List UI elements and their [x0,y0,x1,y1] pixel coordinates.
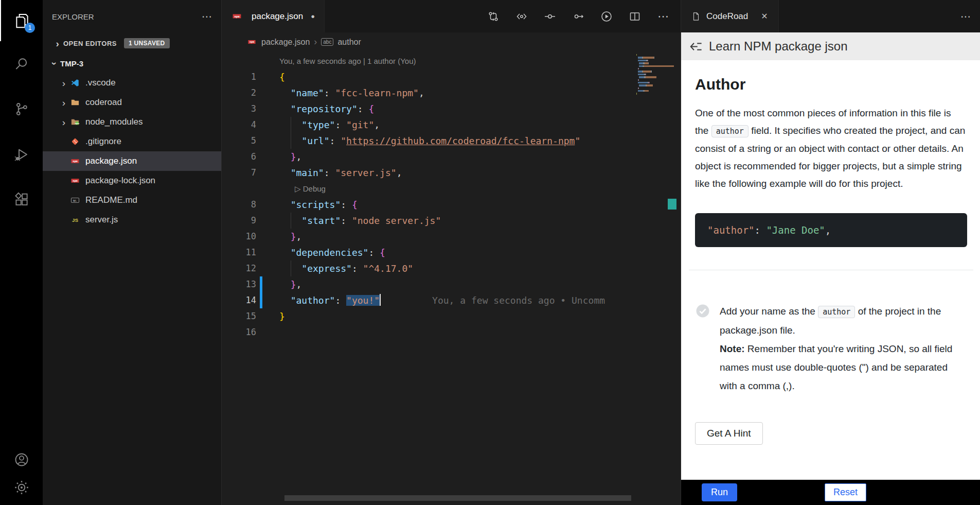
run-and-debug-icon [14,147,29,162]
code-editor[interactable]: You, a few seconds ago | 1 author (You) … [222,51,681,505]
code-line-8[interactable]: 8 "scripts": { [222,197,681,213]
gutter: 10 [222,229,279,245]
tree-item-label: .gitignore [85,136,121,147]
panel-more-actions-icon[interactable]: ⋯ [960,0,971,32]
activity-item-source-control[interactable] [0,86,43,132]
codelens-authors[interactable]: You, a few seconds ago | 1 author (You) [279,53,681,69]
code-line-16[interactable]: 16 [222,324,681,340]
activity-bar-bottom [0,450,43,497]
indent-guide [291,213,291,229]
code-line-1[interactable]: 1{ [222,69,681,85]
editor-actions: ⋯ [487,0,681,32]
run-button[interactable]: Run [702,483,737,501]
source-control-icon [14,101,29,117]
file-tree: ›.vscode›coderoad›npmnode_modules.gitign… [43,73,221,230]
breadcrumb: npm package.json › abc author [222,32,681,51]
tree-item-coderoad[interactable]: ›coderoad [43,93,221,112]
line-number: 16 [222,324,256,340]
code-line-6[interactable]: 6 }, [222,149,681,165]
code-text: "start": "node server.js" [279,213,441,229]
code-line-9[interactable]: 9 "start": "node server.js" [222,213,681,229]
gutter: 6 [222,149,279,165]
tree-item-package.json[interactable]: npmpackage.json [43,151,221,171]
activity-item-run-debug[interactable] [0,132,43,177]
gutter [222,181,279,197]
gutter: 15 [222,308,279,324]
line-number: 3 [222,101,256,117]
run-circle-icon[interactable] [600,10,613,23]
code-line-5[interactable]: 5 "url": "https://github.com/coderoad/fc… [222,133,681,149]
activity-item-account[interactable] [0,450,43,469]
open-changes-icon[interactable] [515,10,528,23]
code-text: "repository": { [279,101,374,117]
code-text: "author": "you!"You, a few seconds ago •… [279,292,605,308]
tree-root-tmp-3[interactable]: › TMP-3 [43,54,221,73]
bold-text: Note: [720,343,745,354]
reset-button[interactable]: Reset [825,483,866,501]
codelens-debug[interactable]: ▷ Debug [222,181,681,197]
minimap[interactable] [634,53,681,98]
minimap-line [636,62,680,64]
markdown-icon: M↓ [69,196,81,205]
breadcrumb-file[interactable]: package.json [261,38,310,47]
search-icon [14,56,29,72]
code-line-10[interactable]: 10 }, [222,229,681,245]
codelens-text: ▷ Debug [279,181,326,197]
activity-item-settings[interactable] [0,478,43,497]
more-actions-icon[interactable]: ⋯ [657,10,669,23]
symbol-string-icon: abc [321,38,333,46]
open-editors-section[interactable]: › OPEN EDITORS 1 UNSAVED [43,33,221,54]
code-text: }, [279,149,301,165]
js-icon: JS [69,215,81,224]
code-line-12[interactable]: 12 "express": "^4.17.0" [222,260,681,276]
tree-item-package-lock.json[interactable]: npmpackage-lock.json [43,171,221,190]
activity-item-extensions[interactable] [0,177,43,222]
code-line-7[interactable]: 7 "main": "server.js", [222,165,681,181]
minimap-line [636,90,680,92]
code-line-3[interactable]: 3 "repository": { [222,101,681,117]
line-number: 12 [222,260,256,276]
tree-item-server.js[interactable]: JSserver.js [43,210,221,230]
npm-icon: npm [69,156,81,166]
compare-changes-icon[interactable] [487,10,500,23]
gutter: 14 [222,292,279,308]
get-a-hint-button[interactable]: Get A Hint [695,422,763,445]
svg-text:npm: npm [73,179,77,183]
page-heading: Author [695,76,967,93]
code-line-15[interactable]: 15} [222,308,681,324]
code-line-13[interactable]: 13 }, [222,276,681,292]
minimap-line [636,54,680,56]
back-icon[interactable] [688,39,704,54]
minimap-line [636,93,680,94]
breadcrumb-symbol[interactable]: author [337,38,361,47]
indent-guide [291,133,291,149]
vscode-icon [69,78,81,88]
task-text: Add your name as the author of the proje… [720,302,967,395]
code-rows: 1{2 "name": "fcc-learn-npm",3 "repositor… [222,69,681,340]
tab-coderoad[interactable]: CodeRoad ✕ [681,0,779,32]
code-text: }, [279,229,301,245]
tree-item-.gitignore[interactable]: .gitignore [43,132,221,151]
code-line-14[interactable]: 14 "author": "you!"You, a few seconds ag… [222,292,681,308]
activity-item-explorer[interactable]: 1 [0,0,43,41]
code-line-11[interactable]: 11 "dependencies": { [222,245,681,260]
tree-item-.vscode[interactable]: ›.vscode [43,73,221,93]
code-line-4[interactable]: 4 "type": "git", [222,117,681,133]
tree-item-node_modules[interactable]: ›npmnode_modules [43,112,221,132]
tab-package-json[interactable]: npm package.json ● [222,0,325,32]
modified-line-marker [260,276,262,292]
dirty-indicator[interactable]: ● [311,12,315,20]
code-line-2[interactable]: 2 "name": "fcc-learn-npm", [222,85,681,101]
tree-item-README.md[interactable]: M↓README.md [43,190,221,210]
tree-item-label: package.json [85,156,137,166]
close-icon[interactable]: ✕ [761,11,768,21]
horizontal-scrollbar[interactable] [284,495,631,501]
tree-root-label: TMP-3 [60,59,83,68]
line-number: 4 [222,117,256,133]
split-editor-icon[interactable] [629,10,641,23]
minimap-line [636,79,680,81]
commit-icon[interactable] [544,10,556,23]
commit-forward-icon[interactable] [572,10,584,23]
activity-item-search[interactable] [0,41,43,86]
sidebar-more-actions-icon[interactable]: ⋯ [202,10,212,23]
